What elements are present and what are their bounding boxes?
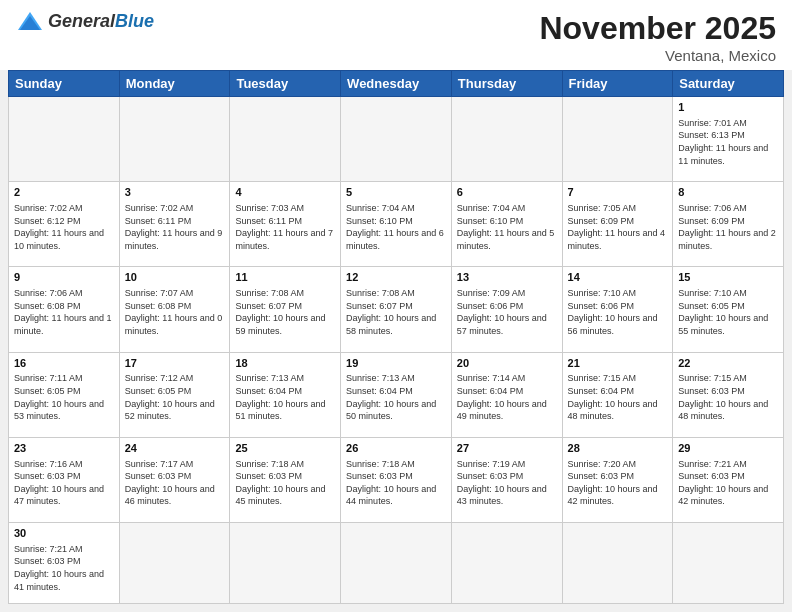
day-cell: 6Sunrise: 7:04 AM Sunset: 6:10 PM Daylig…: [451, 182, 562, 267]
day-number: 25: [235, 441, 335, 456]
week-row-2: 9Sunrise: 7:06 AM Sunset: 6:08 PM Daylig…: [9, 267, 784, 352]
day-number: 12: [346, 270, 446, 285]
week-row-0: 1Sunrise: 7:01 AM Sunset: 6:13 PM Daylig…: [9, 97, 784, 182]
day-number: 19: [346, 356, 446, 371]
logo-general: General: [48, 11, 115, 31]
day-cell: 28Sunrise: 7:20 AM Sunset: 6:03 PM Dayli…: [562, 437, 673, 522]
day-info: Sunrise: 7:16 AM Sunset: 6:03 PM Dayligh…: [14, 458, 114, 508]
day-info: Sunrise: 7:13 AM Sunset: 6:04 PM Dayligh…: [346, 372, 446, 422]
day-cell: 26Sunrise: 7:18 AM Sunset: 6:03 PM Dayli…: [341, 437, 452, 522]
day-info: Sunrise: 7:07 AM Sunset: 6:08 PM Dayligh…: [125, 287, 225, 337]
day-info: Sunrise: 7:09 AM Sunset: 6:06 PM Dayligh…: [457, 287, 557, 337]
day-cell: 19Sunrise: 7:13 AM Sunset: 6:04 PM Dayli…: [341, 352, 452, 437]
day-info: Sunrise: 7:18 AM Sunset: 6:03 PM Dayligh…: [235, 458, 335, 508]
logo-blue: Blue: [115, 11, 154, 31]
day-number: 15: [678, 270, 778, 285]
day-number: 16: [14, 356, 114, 371]
header: GeneralBlue November 2025 Ventana, Mexic…: [0, 0, 792, 70]
day-number: 10: [125, 270, 225, 285]
day-number: 30: [14, 526, 114, 541]
month-title: November 2025: [539, 10, 776, 47]
day-number: 2: [14, 185, 114, 200]
day-number: 22: [678, 356, 778, 371]
day-cell: [451, 522, 562, 603]
day-number: 29: [678, 441, 778, 456]
day-info: Sunrise: 7:05 AM Sunset: 6:09 PM Dayligh…: [568, 202, 668, 252]
calendar-container: SundayMondayTuesdayWednesdayThursdayFrid…: [0, 70, 792, 612]
day-number: 13: [457, 270, 557, 285]
logo-icon: [16, 10, 44, 32]
day-cell: 22Sunrise: 7:15 AM Sunset: 6:03 PM Dayli…: [673, 352, 784, 437]
day-info: Sunrise: 7:02 AM Sunset: 6:11 PM Dayligh…: [125, 202, 225, 252]
page: GeneralBlue November 2025 Ventana, Mexic…: [0, 0, 792, 612]
day-number: 26: [346, 441, 446, 456]
day-number: 18: [235, 356, 335, 371]
day-info: Sunrise: 7:03 AM Sunset: 6:11 PM Dayligh…: [235, 202, 335, 252]
day-info: Sunrise: 7:08 AM Sunset: 6:07 PM Dayligh…: [235, 287, 335, 337]
day-info: Sunrise: 7:21 AM Sunset: 6:03 PM Dayligh…: [14, 543, 114, 593]
day-number: 14: [568, 270, 668, 285]
day-info: Sunrise: 7:12 AM Sunset: 6:05 PM Dayligh…: [125, 372, 225, 422]
day-cell: 5Sunrise: 7:04 AM Sunset: 6:10 PM Daylig…: [341, 182, 452, 267]
day-cell: 10Sunrise: 7:07 AM Sunset: 6:08 PM Dayli…: [119, 267, 230, 352]
day-cell: 8Sunrise: 7:06 AM Sunset: 6:09 PM Daylig…: [673, 182, 784, 267]
day-info: Sunrise: 7:15 AM Sunset: 6:04 PM Dayligh…: [568, 372, 668, 422]
day-cell: [341, 522, 452, 603]
day-info: Sunrise: 7:10 AM Sunset: 6:05 PM Dayligh…: [678, 287, 778, 337]
day-cell: [230, 522, 341, 603]
day-cell: 16Sunrise: 7:11 AM Sunset: 6:05 PM Dayli…: [9, 352, 120, 437]
day-info: Sunrise: 7:13 AM Sunset: 6:04 PM Dayligh…: [235, 372, 335, 422]
day-number: 23: [14, 441, 114, 456]
calendar-table: SundayMondayTuesdayWednesdayThursdayFrid…: [8, 70, 784, 604]
day-cell: [119, 522, 230, 603]
day-info: Sunrise: 7:04 AM Sunset: 6:10 PM Dayligh…: [346, 202, 446, 252]
day-cell: 29Sunrise: 7:21 AM Sunset: 6:03 PM Dayli…: [673, 437, 784, 522]
week-row-1: 2Sunrise: 7:02 AM Sunset: 6:12 PM Daylig…: [9, 182, 784, 267]
location: Ventana, Mexico: [539, 47, 776, 64]
day-number: 3: [125, 185, 225, 200]
day-cell: 17Sunrise: 7:12 AM Sunset: 6:05 PM Dayli…: [119, 352, 230, 437]
day-info: Sunrise: 7:02 AM Sunset: 6:12 PM Dayligh…: [14, 202, 114, 252]
day-number: 4: [235, 185, 335, 200]
day-info: Sunrise: 7:06 AM Sunset: 6:09 PM Dayligh…: [678, 202, 778, 252]
week-row-5: 30Sunrise: 7:21 AM Sunset: 6:03 PM Dayli…: [9, 522, 784, 603]
day-cell: 11Sunrise: 7:08 AM Sunset: 6:07 PM Dayli…: [230, 267, 341, 352]
day-info: Sunrise: 7:14 AM Sunset: 6:04 PM Dayligh…: [457, 372, 557, 422]
day-cell: [562, 522, 673, 603]
day-number: 27: [457, 441, 557, 456]
day-number: 7: [568, 185, 668, 200]
day-info: Sunrise: 7:20 AM Sunset: 6:03 PM Dayligh…: [568, 458, 668, 508]
day-info: Sunrise: 7:18 AM Sunset: 6:03 PM Dayligh…: [346, 458, 446, 508]
day-cell: 23Sunrise: 7:16 AM Sunset: 6:03 PM Dayli…: [9, 437, 120, 522]
day-cell: 30Sunrise: 7:21 AM Sunset: 6:03 PM Dayli…: [9, 522, 120, 603]
day-cell: 1Sunrise: 7:01 AM Sunset: 6:13 PM Daylig…: [673, 97, 784, 182]
day-header-sunday: Sunday: [9, 71, 120, 97]
day-cell: [341, 97, 452, 182]
day-number: 9: [14, 270, 114, 285]
day-header-monday: Monday: [119, 71, 230, 97]
day-header-tuesday: Tuesday: [230, 71, 341, 97]
day-info: Sunrise: 7:06 AM Sunset: 6:08 PM Dayligh…: [14, 287, 114, 337]
logo-text: GeneralBlue: [48, 11, 154, 32]
day-cell: 15Sunrise: 7:10 AM Sunset: 6:05 PM Dayli…: [673, 267, 784, 352]
day-cell: 2Sunrise: 7:02 AM Sunset: 6:12 PM Daylig…: [9, 182, 120, 267]
day-cell: 14Sunrise: 7:10 AM Sunset: 6:06 PM Dayli…: [562, 267, 673, 352]
day-cell: 18Sunrise: 7:13 AM Sunset: 6:04 PM Dayli…: [230, 352, 341, 437]
day-cell: 13Sunrise: 7:09 AM Sunset: 6:06 PM Dayli…: [451, 267, 562, 352]
week-row-4: 23Sunrise: 7:16 AM Sunset: 6:03 PM Dayli…: [9, 437, 784, 522]
day-number: 21: [568, 356, 668, 371]
day-info: Sunrise: 7:04 AM Sunset: 6:10 PM Dayligh…: [457, 202, 557, 252]
day-cell: 20Sunrise: 7:14 AM Sunset: 6:04 PM Dayli…: [451, 352, 562, 437]
day-info: Sunrise: 7:08 AM Sunset: 6:07 PM Dayligh…: [346, 287, 446, 337]
day-number: 17: [125, 356, 225, 371]
day-header-thursday: Thursday: [451, 71, 562, 97]
day-info: Sunrise: 7:19 AM Sunset: 6:03 PM Dayligh…: [457, 458, 557, 508]
day-cell: [673, 522, 784, 603]
day-header-row: SundayMondayTuesdayWednesdayThursdayFrid…: [9, 71, 784, 97]
day-number: 24: [125, 441, 225, 456]
day-cell: [119, 97, 230, 182]
week-row-3: 16Sunrise: 7:11 AM Sunset: 6:05 PM Dayli…: [9, 352, 784, 437]
day-info: Sunrise: 7:17 AM Sunset: 6:03 PM Dayligh…: [125, 458, 225, 508]
day-cell: 24Sunrise: 7:17 AM Sunset: 6:03 PM Dayli…: [119, 437, 230, 522]
day-cell: 25Sunrise: 7:18 AM Sunset: 6:03 PM Dayli…: [230, 437, 341, 522]
